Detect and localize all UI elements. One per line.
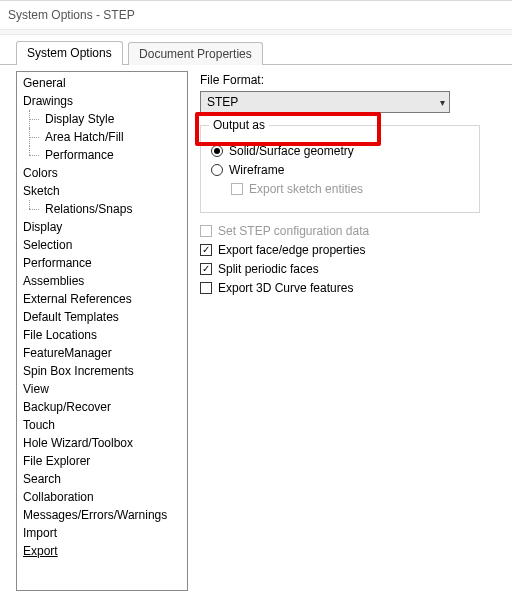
- check-set-step-config: Set STEP configuration data: [200, 223, 498, 239]
- radio-wireframe[interactable]: Wireframe: [211, 162, 469, 178]
- tab-system-options[interactable]: System Options: [16, 41, 123, 65]
- check-set-step-config-label: Set STEP configuration data: [218, 223, 369, 239]
- tree-item[interactable]: Performance: [17, 146, 187, 164]
- tree-item-label: Collaboration: [23, 490, 94, 504]
- system-options-window: System Options - STEP System Options Doc…: [0, 0, 512, 600]
- category-tree[interactable]: GeneralDrawingsDisplay StyleArea Hatch/F…: [16, 71, 188, 591]
- output-as-group: Output as Solid/Surface geometry Wirefra…: [200, 125, 480, 213]
- checkbox-icon: [231, 183, 243, 195]
- file-format-value: STEP: [207, 95, 238, 109]
- tree-item[interactable]: Area Hatch/Fill: [17, 128, 187, 146]
- radio-icon: [211, 145, 223, 157]
- tabstrip: System Options Document Properties: [0, 41, 512, 65]
- tree-item-label: File Locations: [23, 328, 97, 342]
- tree-item[interactable]: Assemblies: [17, 272, 187, 290]
- tree-item-label: Display Style: [45, 112, 114, 126]
- checkbox-icon: ✓: [200, 263, 212, 275]
- window-titlebar: System Options - STEP: [0, 1, 512, 29]
- tree-item[interactable]: Messages/Errors/Warnings: [17, 506, 187, 524]
- check-export-sketch-entities: Export sketch entities: [231, 181, 469, 197]
- tree-item[interactable]: Relations/Snaps: [17, 200, 187, 218]
- tree-item[interactable]: Export: [17, 542, 187, 560]
- chevron-down-icon: ▾: [440, 97, 445, 108]
- tree-item[interactable]: Hole Wizard/Toolbox: [17, 434, 187, 452]
- tree-item-label: Drawings: [23, 94, 73, 108]
- tree-item-label: Touch: [23, 418, 55, 432]
- title-divider: [0, 29, 512, 35]
- file-format-select[interactable]: STEP ▾: [200, 91, 450, 113]
- content-area: GeneralDrawingsDisplay StyleArea Hatch/F…: [0, 65, 512, 591]
- file-format-label: File Format:: [200, 73, 498, 87]
- tree-item-label: Assemblies: [23, 274, 84, 288]
- tree-item-label: Messages/Errors/Warnings: [23, 508, 167, 522]
- tree-item[interactable]: Import: [17, 524, 187, 542]
- tree-item[interactable]: Colors: [17, 164, 187, 182]
- tree-item-label: Spin Box Increments: [23, 364, 134, 378]
- settings-pane: File Format: STEP ▾ Output as Solid/Surf…: [200, 71, 502, 591]
- radio-solid-surface-label: Solid/Surface geometry: [229, 143, 354, 159]
- tree-item[interactable]: Display Style: [17, 110, 187, 128]
- tab-document-properties[interactable]: Document Properties: [128, 42, 263, 65]
- tree-item-label: Performance: [45, 148, 114, 162]
- radio-icon: [211, 164, 223, 176]
- tree-item-label: Colors: [23, 166, 58, 180]
- tree-item-label: Hole Wizard/Toolbox: [23, 436, 133, 450]
- tree-item[interactable]: Spin Box Increments: [17, 362, 187, 380]
- tree-item-label: Import: [23, 526, 57, 540]
- tree-item[interactable]: General: [17, 74, 187, 92]
- tree-item-label: Sketch: [23, 184, 60, 198]
- radio-wireframe-label: Wireframe: [229, 162, 284, 178]
- tree-item-label: Backup/Recover: [23, 400, 111, 414]
- window-title: System Options - STEP: [8, 8, 135, 22]
- check-export-3d-curve[interactable]: Export 3D Curve features: [200, 280, 498, 296]
- tree-item-label: Default Templates: [23, 310, 119, 324]
- checkbox-icon: [200, 225, 212, 237]
- check-split-periodic-faces[interactable]: ✓ Split periodic faces: [200, 261, 498, 277]
- checkbox-icon: ✓: [200, 244, 212, 256]
- tree-item-label: General: [23, 76, 66, 90]
- tree-item-label: Area Hatch/Fill: [45, 130, 124, 144]
- tree-item[interactable]: Default Templates: [17, 308, 187, 326]
- tree-item-label: Export: [23, 544, 58, 558]
- checkbox-icon: [200, 282, 212, 294]
- tree-item[interactable]: Selection: [17, 236, 187, 254]
- tree-item[interactable]: Search: [17, 470, 187, 488]
- tree-item[interactable]: FeatureManager: [17, 344, 187, 362]
- tree-item[interactable]: View: [17, 380, 187, 398]
- tab-system-options-label: System Options: [27, 46, 112, 60]
- category-tree-list: GeneralDrawingsDisplay StyleArea Hatch/F…: [17, 74, 187, 560]
- tab-document-properties-label: Document Properties: [139, 47, 252, 61]
- check-export-face-edge[interactable]: ✓ Export face/edge properties: [200, 242, 498, 258]
- tree-item[interactable]: Sketch: [17, 182, 187, 200]
- output-as-legend: Output as: [209, 118, 269, 132]
- tree-item-label: Relations/Snaps: [45, 202, 132, 216]
- check-export-face-edge-label: Export face/edge properties: [218, 242, 365, 258]
- tree-item-label: Display: [23, 220, 62, 234]
- check-export-sketch-entities-label: Export sketch entities: [249, 181, 363, 197]
- check-split-periodic-faces-label: Split periodic faces: [218, 261, 319, 277]
- tree-item[interactable]: Performance: [17, 254, 187, 272]
- tree-item[interactable]: Backup/Recover: [17, 398, 187, 416]
- check-export-3d-curve-label: Export 3D Curve features: [218, 280, 353, 296]
- tree-item-label: External References: [23, 292, 132, 306]
- radio-solid-surface[interactable]: Solid/Surface geometry: [211, 143, 469, 159]
- tree-item[interactable]: Touch: [17, 416, 187, 434]
- tree-item[interactable]: External References: [17, 290, 187, 308]
- tree-item-label: Performance: [23, 256, 92, 270]
- tree-item-label: Search: [23, 472, 61, 486]
- tree-item-label: Selection: [23, 238, 72, 252]
- tree-item[interactable]: File Explorer: [17, 452, 187, 470]
- tree-item-label: FeatureManager: [23, 346, 112, 360]
- tree-item[interactable]: File Locations: [17, 326, 187, 344]
- tree-item[interactable]: Drawings: [17, 92, 187, 110]
- tree-item-label: View: [23, 382, 49, 396]
- tree-item-label: File Explorer: [23, 454, 90, 468]
- tree-item[interactable]: Display: [17, 218, 187, 236]
- tree-item[interactable]: Collaboration: [17, 488, 187, 506]
